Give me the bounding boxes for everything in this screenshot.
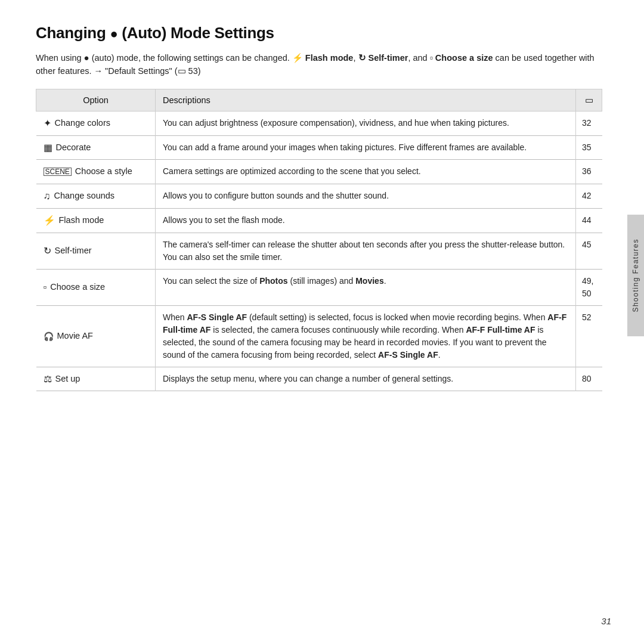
page: Changing ● (Auto) Mode Settings When usi… — [0, 0, 644, 644]
table-row: ↻ Self-timer The camera's self-timer can… — [36, 233, 602, 269]
col-header-option: Option — [36, 89, 156, 111]
desc-choose-size: You can select the size of Photos (still… — [156, 269, 576, 305]
self-timer-label: Self-timer — [55, 244, 92, 258]
setup-icon: ⚖ — [44, 374, 52, 384]
flash-mode-icon: ⚡ — [44, 216, 55, 225]
choose-style-icon: SCENE — [44, 168, 72, 176]
option-cell-decorate: ▦ Decorate — [36, 135, 156, 160]
change-colors-icon: ✦ — [44, 119, 51, 128]
desc-setup: Displays the setup menu, where you can c… — [156, 367, 576, 391]
option-cell-flash-mode: ⚡ Flash mode — [36, 208, 156, 233]
table-row: ▦ Decorate You can add a frame around yo… — [36, 135, 602, 160]
page-title: Changing ● (Auto) Mode Settings — [36, 24, 602, 42]
page-ref-change-colors: 32 — [576, 111, 602, 135]
desc-self-timer: The camera's self-timer can release the … — [156, 233, 576, 269]
table-row: ♫ Change sounds Allows you to configure … — [36, 184, 602, 209]
choose-size-label: Choose a size — [50, 281, 105, 294]
settings-table: Option Descriptions ▭ ✦ Change colors Yo… — [36, 89, 602, 392]
movie-af-label: Movie AF — [57, 330, 93, 343]
option-cell-setup: ⚖ Set up — [36, 367, 156, 391]
desc-choose-style: Camera settings are optimized according … — [156, 160, 576, 184]
table-row: 🎧 Movie AF When AF-S Single AF (default … — [36, 305, 602, 367]
option-cell-change-sounds: ♫ Change sounds — [36, 184, 156, 209]
table-row: ✦ Change colors You can adjust brightnes… — [36, 111, 602, 135]
decorate-icon: ▦ — [44, 143, 52, 153]
page-ref-setup: 80 — [576, 367, 602, 391]
option-cell-self-timer: ↻ Self-timer — [36, 233, 156, 269]
setup-label: Set up — [55, 373, 80, 386]
desc-movie-af: When AF-S Single AF (default setting) is… — [156, 305, 576, 367]
option-cell-choose-size: ▫ Choose a size — [36, 269, 156, 305]
desc-flash-mode: Allows you to set the flash mode. — [156, 208, 576, 233]
table-row: ⚖ Set up Displays the setup menu, where … — [36, 367, 602, 391]
desc-change-colors: You can adjust brightness (exposure comp… — [156, 111, 576, 135]
desc-change-sounds: Allows you to configure button sounds an… — [156, 184, 576, 209]
page-ref-movie-af: 52 — [576, 305, 602, 367]
choose-size-icon: ▫ — [44, 283, 47, 292]
flash-mode-label: Flash mode — [59, 214, 104, 227]
movie-af-icon: 🎧 — [44, 332, 54, 340]
side-tab-label: Shooting Features — [631, 239, 640, 312]
change-sounds-icon: ♫ — [44, 191, 51, 201]
desc-decorate: You can add a frame around your images w… — [156, 135, 576, 160]
table-row: ▫ Choose a size You can select the size … — [36, 269, 602, 305]
choose-style-label: Choose a style — [75, 165, 132, 178]
change-colors-label: Change colors — [55, 117, 111, 130]
page-ref-self-timer: 45 — [576, 233, 602, 269]
decorate-label: Decorate — [56, 141, 91, 154]
option-cell-change-colors: ✦ Change colors — [36, 111, 156, 135]
intro-paragraph: When using ● (auto) mode, the following … — [36, 51, 602, 78]
page-number: 31 — [601, 616, 611, 626]
self-timer-icon: ↻ — [44, 246, 51, 256]
table-row: SCENE Choose a style Camera settings are… — [36, 160, 602, 184]
page-ref-decorate: 35 — [576, 135, 602, 160]
page-ref-change-sounds: 42 — [576, 184, 602, 209]
page-ref-flash-mode: 44 — [576, 208, 602, 233]
col-header-icon: ▭ — [576, 89, 602, 111]
option-cell-choose-style: SCENE Choose a style — [36, 160, 156, 184]
col-header-description: Descriptions — [156, 89, 576, 111]
page-ref-choose-size: 49,50 — [576, 269, 602, 305]
change-sounds-label: Change sounds — [54, 190, 115, 203]
page-ref-choose-style: 36 — [576, 160, 602, 184]
side-tab: Shooting Features — [627, 215, 644, 336]
option-cell-movie-af: 🎧 Movie AF — [36, 305, 156, 367]
table-row: ⚡ Flash mode Allows you to set the flash… — [36, 208, 602, 233]
